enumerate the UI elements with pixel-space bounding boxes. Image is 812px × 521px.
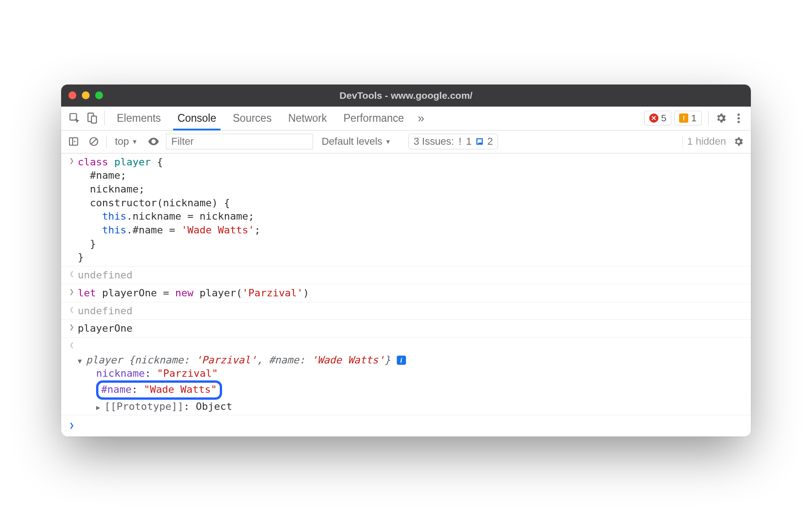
tab-performance[interactable]: Performance <box>335 107 412 130</box>
issues-info-count: 2 <box>487 136 493 147</box>
console-output-row[interactable]: undefined <box>61 302 751 320</box>
issues-button[interactable]: 3 Issues: ! 1 2 <box>408 134 498 149</box>
issues-label: 3 Issues: <box>413 136 454 147</box>
toggle-sidebar-icon[interactable] <box>66 134 81 149</box>
code-line: playerOne <box>78 322 745 335</box>
errors-badge[interactable]: ✕ 5 <box>644 111 672 125</box>
highlighted-private-field[interactable]: #name: "Wade Watts" <box>96 380 222 400</box>
object-property[interactable]: nickname: "Parzival" <box>96 368 218 379</box>
execution-context-label: top <box>115 136 129 147</box>
console-input-row[interactable]: playerOne <box>61 320 751 338</box>
tab-elements[interactable]: Elements <box>109 107 169 130</box>
svg-rect-2 <box>91 116 97 123</box>
output-caret-icon <box>66 340 78 350</box>
console-input-row[interactable]: let playerOne = new player('Parzival') <box>61 284 751 302</box>
separator <box>106 135 107 148</box>
settings-gear-icon[interactable] <box>712 109 730 127</box>
filter-input[interactable] <box>166 134 313 149</box>
warning-icon: ! <box>458 136 461 147</box>
input-caret-icon <box>66 155 78 165</box>
output-caret-icon <box>66 268 78 278</box>
chevron-down-icon: ▼ <box>132 138 138 145</box>
minimize-window-button[interactable] <box>82 91 90 99</box>
live-expression-eye-icon[interactable] <box>146 134 161 149</box>
separator <box>104 111 105 125</box>
devtools-tabstrip: Elements Console Sources Network Perform… <box>61 107 751 130</box>
log-levels-dropdown[interactable]: Default levels ▼ <box>318 134 395 149</box>
info-icon[interactable]: i <box>397 356 406 365</box>
devtools-window: DevTools - www.google.com/ Elements Cons… <box>61 85 751 437</box>
separator <box>682 135 683 148</box>
disclosure-triangle-down-icon[interactable] <box>78 357 86 366</box>
input-caret-icon <box>66 322 78 332</box>
warning-icon: ! <box>679 113 688 123</box>
console-output-row[interactable]: undefined <box>61 266 751 284</box>
console-input-row[interactable]: class player { #name; nickname; construc… <box>61 153 751 267</box>
object-summary[interactable]: player {nickname: 'Parzival', #name: 'Wa… <box>86 354 390 366</box>
error-icon: ✕ <box>649 113 658 123</box>
execution-context-dropdown[interactable]: top ▼ <box>111 134 141 149</box>
hidden-messages-label[interactable]: 1 hidden <box>687 136 726 147</box>
object-prototype-row[interactable]: [[Prototype]]: Object <box>104 401 232 412</box>
more-tabs-button[interactable]: » <box>412 109 430 127</box>
tab-console[interactable]: Console <box>169 107 224 130</box>
prompt-caret-icon <box>66 420 78 430</box>
output-value: undefined <box>78 304 745 318</box>
disclosure-triangle-right-icon[interactable] <box>96 403 104 412</box>
console-toolbar: top ▼ Default levels ▼ 3 Issues: ! 1 2 1… <box>61 130 751 153</box>
object-tree: player {nickname: 'Parzival', #name: 'Wa… <box>78 340 745 413</box>
zoom-window-button[interactable] <box>95 91 103 99</box>
log-levels-label: Default levels <box>321 136 382 147</box>
errors-count: 5 <box>661 113 667 124</box>
tab-network[interactable]: Network <box>280 107 335 130</box>
warnings-count: 1 <box>691 113 697 124</box>
console-settings-gear-icon[interactable] <box>731 134 746 149</box>
console-output-row[interactable]: player {nickname: 'Parzival', #name: 'Wa… <box>61 338 751 415</box>
close-window-button[interactable] <box>69 91 76 99</box>
code-line: let playerOne = new player('Parzival') <box>78 286 745 300</box>
traffic-lights <box>69 91 103 99</box>
kebab-menu-icon[interactable] <box>730 109 747 127</box>
clear-console-icon[interactable] <box>86 134 102 149</box>
code-block: class player { #name; nickname; construc… <box>78 155 745 265</box>
warnings-badge[interactable]: ! 1 <box>674 111 702 125</box>
console-body: class player { #name; nickname; construc… <box>61 153 751 437</box>
inspect-element-icon[interactable] <box>66 109 83 127</box>
console-prompt-row[interactable] <box>61 415 751 436</box>
input-caret-icon <box>66 286 78 296</box>
info-icon <box>476 138 483 145</box>
issues-warn-count: 1 <box>466 136 472 147</box>
tab-sources[interactable]: Sources <box>224 107 280 130</box>
output-caret-icon <box>66 304 78 314</box>
window-title: DevTools - www.google.com/ <box>61 90 751 101</box>
chevron-down-icon: ▼ <box>385 138 391 145</box>
titlebar: DevTools - www.google.com/ <box>61 85 751 107</box>
device-toolbar-icon[interactable] <box>83 109 101 127</box>
output-value: undefined <box>78 268 745 282</box>
svg-rect-3 <box>69 138 78 145</box>
separator <box>708 111 709 125</box>
